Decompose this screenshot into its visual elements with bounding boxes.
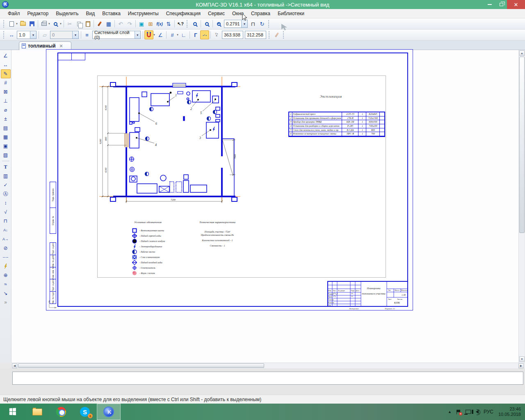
tool-parametrization[interactable]: ⊥	[1, 96, 11, 105]
paste-button[interactable]	[83, 19, 92, 28]
coord-x-field[interactable]: 363.938	[222, 31, 243, 39]
panel-expander[interactable]: »	[1, 298, 11, 307]
redo-button[interactable]: ↷	[125, 19, 134, 28]
copies-combo[interactable]: 0 ▾	[50, 31, 79, 39]
document-tab[interactable]: топливный ✕	[19, 41, 71, 50]
spec-view-button[interactable]: ▦	[104, 19, 113, 28]
print-preview-button[interactable]	[51, 19, 60, 28]
network-icon[interactable]	[466, 410, 471, 414]
tool-editing[interactable]: ⊠	[1, 87, 11, 96]
tool-section[interactable]: ⊘	[1, 244, 11, 253]
toolbar-grip[interactable]	[3, 20, 5, 27]
tool-tolerance[interactable]: ✓	[1, 180, 11, 189]
vscroll-thumb[interactable]	[519, 57, 525, 233]
menu-item[interactable]: Файл	[4, 9, 24, 18]
cut-button[interactable]: ✂	[65, 19, 74, 28]
copies-button[interactable]: ▱	[40, 30, 49, 39]
taskbar-kompas[interactable]	[97, 404, 121, 420]
tool-designations-bld[interactable]: #	[1, 78, 11, 87]
zoom-frame-button[interactable]	[190, 19, 199, 28]
tool-text-down[interactable]: A↓	[1, 226, 11, 235]
menu-item[interactable]: Окно	[228, 9, 247, 18]
close-tab-icon[interactable]: ✕	[59, 43, 63, 49]
clock[interactable]: 23:46 10.05.2018	[498, 406, 521, 417]
tool-reports[interactable]: ▦	[1, 132, 11, 142]
explication-table[interactable]: 1 Гидравлический пресс 2135-55 1 820х845…	[288, 112, 385, 137]
copy-button[interactable]	[74, 19, 83, 28]
tool-centerline[interactable]: –·–	[1, 253, 11, 262]
title-block[interactable]: Изм. Лист № докум. Подп. Дата Разраб. Пр…	[327, 281, 408, 307]
horizontal-scrollbar[interactable]: ◀ ▶	[11, 363, 525, 368]
tool-text[interactable]: T	[1, 162, 11, 171]
refresh-button[interactable]: ↻	[258, 19, 267, 28]
taskbar-chrome[interactable]	[49, 404, 73, 420]
zoom-in-out-button[interactable]: +	[214, 19, 223, 28]
close-button[interactable]: ✕	[507, 0, 525, 9]
toolbar-grip[interactable]	[3, 31, 5, 39]
renumber-button[interactable]: ⇅	[164, 19, 173, 28]
tool-insert-view[interactable]: ▣	[1, 142, 11, 151]
menu-item[interactable]: Сервис	[204, 9, 228, 18]
action-center-flag-icon[interactable]: ✕	[457, 410, 461, 414]
tool-leader[interactable]: ↘	[1, 289, 11, 298]
menu-item[interactable]: Инструменты	[124, 9, 162, 18]
ortho-button[interactable]: Г	[191, 30, 200, 39]
tool-lightning[interactable]	[1, 262, 11, 271]
open-button[interactable]	[18, 19, 27, 28]
taskbar-skype[interactable]: S 6	[73, 404, 97, 420]
zoom-selected-button[interactable]	[202, 19, 211, 28]
message-input-box[interactable]	[12, 372, 523, 385]
hscroll-thumb[interactable]	[18, 363, 264, 368]
doc-windows-button[interactable]: ▣	[137, 19, 146, 28]
scroll-down-arrow[interactable]: ▼	[519, 356, 525, 362]
zoom-scale-combo[interactable]: 0.2791 ▾	[224, 20, 248, 28]
menu-item[interactable]: Справка	[247, 9, 274, 18]
layer-combo[interactable]: Системный слой (0) ▾	[92, 31, 141, 39]
tool-weld-table[interactable]: ⊓	[1, 217, 11, 226]
menu-item[interactable]: Спецификация	[162, 9, 204, 18]
scroll-left-arrow[interactable]: ◀	[12, 363, 17, 368]
angle-snap-button[interactable]: ∠	[156, 30, 165, 39]
tool-geometry[interactable]: ∠	[1, 51, 11, 60]
taskbar-explorer[interactable]	[25, 404, 49, 420]
title-bar[interactable]: КОМПАС-3D V16.1 x64 - топливный ->Систем…	[0, 0, 525, 9]
tool-table[interactable]: ▥	[1, 171, 11, 180]
scroll-up-arrow[interactable]: ▲	[519, 50, 525, 56]
tool-specification[interactable]: ▤	[1, 123, 11, 132]
toolbar-grip[interactable]	[268, 20, 270, 27]
local-cs-button[interactable]: ∟	[179, 30, 188, 39]
tool-selection[interactable]: ±	[1, 114, 11, 123]
restore-button[interactable]	[495, 0, 507, 9]
menu-item[interactable]: Вставка	[98, 9, 124, 18]
start-button[interactable]	[0, 404, 25, 420]
coord-y-field[interactable]: 312.258	[245, 31, 266, 39]
vertical-scrollbar[interactable]: ▲ ▼	[518, 50, 525, 363]
menu-item[interactable]: Выделить	[52, 9, 82, 18]
pan-button[interactable]: ⊓	[249, 19, 258, 28]
tool-arrows[interactable]: ↕	[1, 199, 11, 208]
print-button[interactable]	[39, 19, 48, 28]
copy-properties-button[interactable]	[95, 19, 104, 28]
toolbar-grip[interactable]	[187, 20, 189, 27]
undo-button[interactable]: ↶	[116, 19, 125, 28]
rounding-button[interactable]: -·-	[200, 30, 209, 39]
new-document-button[interactable]	[7, 19, 16, 28]
tool-sheets[interactable]: ▧	[1, 151, 11, 160]
language-indicator[interactable]: РУС	[484, 409, 493, 415]
toolbar-grip[interactable]	[269, 31, 271, 39]
cursor-step-combo[interactable]: 1.0 ▾	[17, 31, 37, 39]
menu-item[interactable]: Библиотеки	[274, 9, 308, 18]
cursor-step-button[interactable]: ↔	[7, 30, 16, 39]
context-help-button[interactable]: ↖?	[176, 19, 185, 28]
volume-icon[interactable]	[476, 410, 479, 414]
variables-button[interactable]: f(x)	[155, 19, 164, 28]
grid-button[interactable]: #	[168, 30, 177, 39]
tray-expand-icon[interactable]: ▲	[448, 410, 452, 414]
tool-measure[interactable]: ⌀	[1, 105, 11, 114]
menu-item[interactable]: Вид	[82, 9, 99, 18]
tool-dimensions[interactable]: ↔	[1, 60, 11, 69]
scroll-right-arrow[interactable]: ▶	[518, 363, 524, 368]
save-button[interactable]	[27, 19, 37, 28]
menu-item[interactable]: Редактор	[24, 9, 52, 18]
layers-button[interactable]: ≡	[82, 30, 91, 39]
